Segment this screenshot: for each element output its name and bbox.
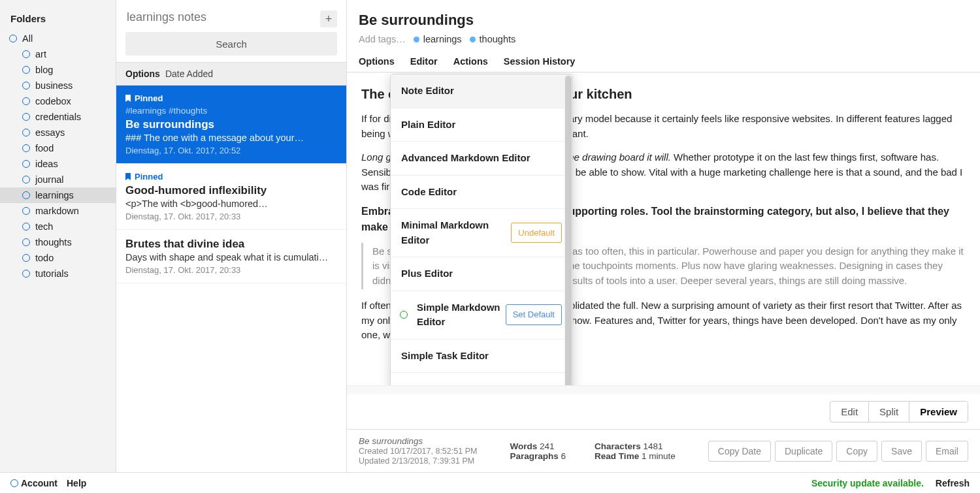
folder-ideas[interactable]: ideas (0, 156, 116, 172)
meta-updated: Updated 2/13/2018, 7:39:31 PM (359, 456, 474, 466)
editor-option[interactable]: Plain Editor (391, 108, 572, 142)
radio-icon (22, 238, 30, 246)
tag-dot-icon (414, 37, 419, 42)
editor-option[interactable]: Vim Editor (391, 373, 572, 385)
help-link[interactable]: Help (67, 478, 86, 488)
radio-icon (22, 191, 30, 199)
view-tab-split[interactable]: Split (868, 402, 909, 422)
folder-food[interactable]: food (0, 140, 116, 156)
editor-option[interactable]: Simple Task Editor (391, 340, 572, 374)
duplicate-button[interactable]: Duplicate (775, 441, 832, 462)
radio-icon (22, 254, 30, 262)
copy-button[interactable]: Copy (836, 441, 877, 462)
note-item[interactable]: PinnedGood-humored inflexibility<p>The w… (116, 164, 346, 230)
radio-icon (22, 160, 30, 168)
editor-option[interactable]: Code Editor (391, 176, 572, 210)
search-button[interactable]: Search (125, 32, 337, 56)
note-content-pane: Be surroundings Add tags… learnings thou… (347, 0, 980, 472)
save-button[interactable]: Save (881, 441, 922, 462)
menu-options[interactable]: Options (359, 51, 395, 72)
menu-editor[interactable]: Editor (410, 51, 438, 72)
folder-all[interactable]: All (0, 31, 116, 46)
radio-icon (22, 97, 30, 105)
copy-date-button[interactable]: Copy Date (708, 441, 771, 462)
folder-business[interactable]: business (0, 78, 116, 93)
note-title: Be surroundings (359, 12, 968, 29)
meta-created: Created 10/17/2017, 8:52:51 PM (359, 447, 477, 456)
account-link[interactable]: Account (10, 478, 57, 488)
folder-codebox[interactable]: codebox (0, 93, 116, 109)
dropdown-scrollbar[interactable] (564, 74, 572, 385)
folder-essays[interactable]: essays (0, 125, 116, 140)
radio-icon (22, 50, 30, 58)
folders-title: Folders (0, 8, 116, 31)
note-menubar: Options Editor Actions Session History (347, 51, 980, 72)
folder-tech[interactable]: tech (0, 219, 116, 234)
folder-todo[interactable]: todo (0, 250, 116, 266)
note-item[interactable]: Pinned#learnings #thoughtsBe surrounding… (116, 86, 346, 164)
email-button[interactable]: Email (926, 441, 968, 462)
add-note-button[interactable]: + (320, 10, 337, 27)
editor-option[interactable]: Plus Editor (391, 257, 572, 291)
bookmark-icon (125, 173, 131, 180)
security-notice[interactable]: Security update available. (811, 478, 924, 488)
editor-option[interactable]: Minimal Markdown EditorUndefault (391, 209, 572, 257)
meta-bar: Be surroundings Created 10/17/2017, 8:52… (347, 429, 980, 472)
default-pill[interactable]: Set Default (506, 304, 562, 325)
add-tags-button[interactable]: Add tags… (359, 34, 406, 44)
view-tab-preview[interactable]: Preview (909, 402, 968, 422)
note-item[interactable]: Brutes that divine ideaDays with shape a… (116, 230, 346, 283)
radio-icon (22, 129, 30, 136)
editor-option[interactable]: Note Editor (391, 74, 572, 108)
folder-blog[interactable]: blog (0, 62, 116, 78)
search-input[interactable] (125, 7, 337, 28)
tag-learnings[interactable]: learnings (414, 34, 462, 44)
bookmark-icon (125, 95, 131, 102)
horizontal-scrollbar[interactable] (347, 385, 980, 394)
editor-option[interactable]: Simple Markdown EditorSet Default (391, 291, 572, 340)
tag-thoughts[interactable]: thoughts (470, 34, 516, 44)
tag-dot-icon (470, 37, 476, 42)
folders-sidebar: Folders All artblogbusinesscodeboxcreden… (0, 0, 116, 472)
radio-icon (22, 223, 30, 231)
notes-list-column: + Search OptionsDate Added Pinned#learni… (116, 0, 347, 472)
refresh-button[interactable]: Refresh (936, 478, 970, 488)
folder-markdown[interactable]: markdown (0, 203, 116, 219)
radio-icon (22, 66, 30, 74)
radio-icon (22, 270, 30, 278)
note-tag-row: Add tags… learnings thoughts (359, 34, 968, 44)
folder-credentials[interactable]: credentials (0, 109, 116, 125)
folder-art[interactable]: art (0, 46, 116, 62)
active-indicator-icon (400, 311, 408, 319)
folder-journal[interactable]: journal (0, 172, 116, 187)
default-pill[interactable]: Undefault (511, 223, 562, 244)
radio-icon (22, 113, 30, 121)
radio-icon (22, 176, 30, 183)
list-header[interactable]: OptionsDate Added (116, 62, 346, 86)
status-bar: Account Help Security update available. … (0, 472, 980, 493)
radio-icon (10, 479, 18, 487)
folder-learnings[interactable]: learnings (0, 187, 116, 203)
note-preview: The one with a message about your kitche… (347, 72, 980, 385)
radio-icon (22, 82, 30, 89)
editor-option[interactable]: Advanced Markdown Editor (391, 142, 572, 176)
folder-tutorials[interactable]: tutorials (0, 266, 116, 281)
radio-icon (22, 144, 30, 152)
view-tab-edit[interactable]: Edit (830, 402, 868, 422)
menu-session-history[interactable]: Session History (504, 51, 576, 72)
view-mode-tabs: Edit Split Preview (830, 401, 968, 422)
folder-thoughts[interactable]: thoughts (0, 234, 116, 250)
meta-title: Be surroundings (359, 436, 423, 446)
editor-dropdown: Note EditorPlain EditorAdvanced Markdown… (390, 74, 573, 385)
radio-icon (22, 207, 30, 215)
menu-actions[interactable]: Actions (453, 51, 488, 72)
radio-icon (9, 35, 17, 42)
